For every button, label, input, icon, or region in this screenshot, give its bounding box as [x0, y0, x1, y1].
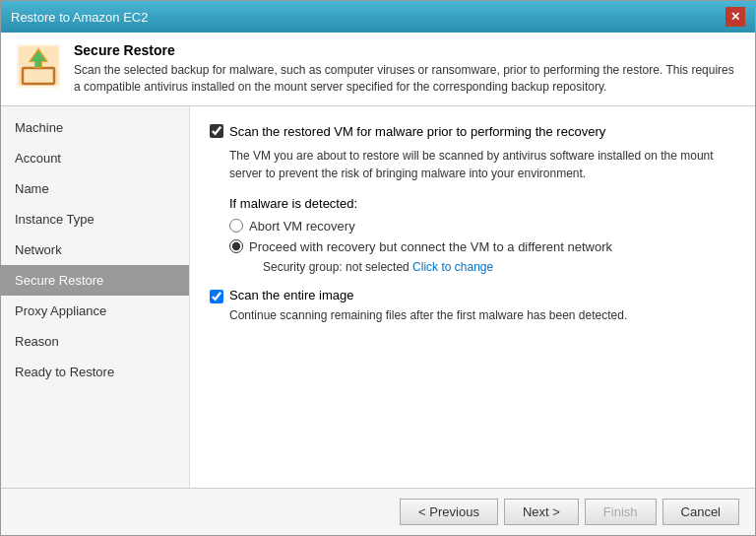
- sidebar-item-ready-to-restore[interactable]: Ready to Restore: [1, 357, 189, 387]
- security-group-row: Security group: not selected Click to ch…: [263, 260, 735, 274]
- security-group-label: Security group: not selected: [263, 260, 410, 274]
- abort-radio-label: Abort VM recovery: [249, 219, 355, 234]
- sidebar-item-reason[interactable]: Reason: [1, 326, 189, 357]
- scan-description: The VM you are about to restore will be …: [229, 147, 735, 182]
- proceed-radio-row: Proceed with recovery but connect the VM…: [229, 239, 735, 254]
- sidebar-item-proxy-appliance[interactable]: Proxy Appliance: [1, 296, 189, 326]
- restore-icon-svg: [15, 42, 62, 90]
- sidebar-item-network[interactable]: Network: [1, 234, 189, 265]
- sidebar-item-secure-restore[interactable]: Secure Restore: [1, 265, 189, 296]
- sidebar-item-name[interactable]: Name: [1, 173, 189, 204]
- scan-checkbox-row: Scan the restored VM for malware prior t…: [210, 124, 735, 139]
- sidebar-item-machine[interactable]: Machine: [1, 112, 189, 143]
- scan-entire-label: Scan the entire image: [229, 288, 353, 302]
- main-content: Scan the restored VM for malware prior t…: [190, 106, 755, 488]
- scan-checkbox-label: Scan the restored VM for malware prior t…: [229, 124, 605, 139]
- title-bar: Restore to Amazon EC2 ✕: [1, 1, 755, 33]
- header-text: Secure Restore Scan the selected backup …: [74, 42, 741, 96]
- abort-radio[interactable]: [229, 219, 243, 233]
- header-description: Scan the selected backup for malware, su…: [74, 62, 741, 96]
- proceed-radio-label: Proceed with recovery but connect the VM…: [249, 239, 612, 254]
- sidebar-item-instance-type[interactable]: Instance Type: [1, 204, 189, 234]
- scan-entire-row: Scan the entire image: [210, 288, 735, 303]
- header-section: Secure Restore Scan the selected backup …: [1, 33, 755, 106]
- scan-entire-description: Continue scanning remaining files after …: [229, 307, 735, 324]
- previous-button[interactable]: < Previous: [400, 499, 498, 525]
- cancel-button[interactable]: Cancel: [662, 499, 739, 525]
- content-area: Machine Account Name Instance Type Netwo…: [1, 106, 755, 488]
- close-button[interactable]: ✕: [725, 7, 745, 27]
- radio-group: Abort VM recovery Proceed with recovery …: [229, 219, 735, 274]
- header-icon: [15, 42, 62, 90]
- next-button[interactable]: Next >: [504, 499, 579, 525]
- scan-entire-checkbox[interactable]: [210, 290, 223, 303]
- abort-radio-row: Abort VM recovery: [229, 219, 735, 234]
- dialog-title: Restore to Amazon EC2: [11, 10, 148, 25]
- header-title: Secure Restore: [74, 42, 741, 58]
- proceed-radio[interactable]: [229, 239, 243, 253]
- sidebar: Machine Account Name Instance Type Netwo…: [1, 106, 190, 488]
- dialog-window: Restore to Amazon EC2 ✕ Secure Restore S…: [0, 0, 756, 536]
- scan-checkbox[interactable]: [210, 124, 223, 138]
- finish-button[interactable]: Finish: [585, 499, 657, 525]
- sidebar-item-account[interactable]: Account: [1, 143, 189, 173]
- click-to-change-link[interactable]: Click to change: [412, 260, 493, 274]
- footer: < Previous Next > Finish Cancel: [1, 488, 755, 535]
- if-malware-label: If malware is detected:: [229, 196, 735, 211]
